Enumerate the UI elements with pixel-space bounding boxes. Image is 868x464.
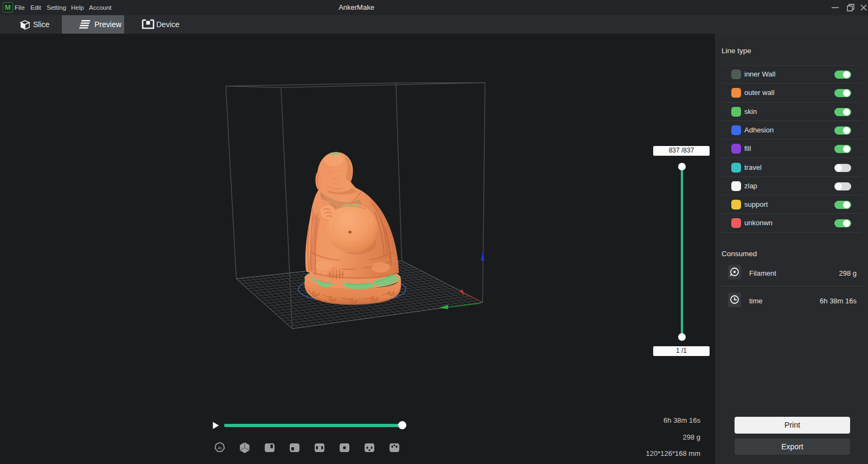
svg-text:AI: AI [218, 446, 222, 450]
